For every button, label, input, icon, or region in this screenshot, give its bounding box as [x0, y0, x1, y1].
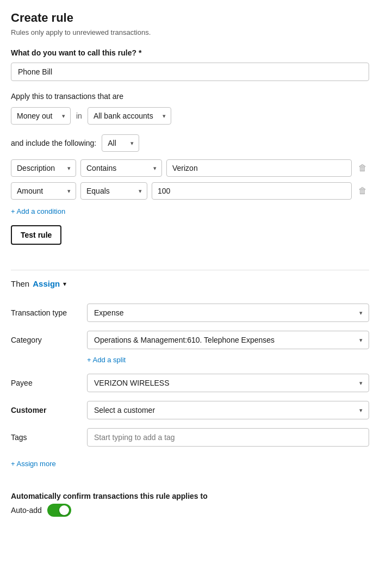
- assign-form-table: Transaction type Expense Income Transfer…: [11, 299, 369, 451]
- then-chevron-icon: ▾: [63, 280, 66, 288]
- conditions-section: and include the following: All Any ▾ Des…: [11, 134, 369, 261]
- category-label: Category: [11, 326, 87, 354]
- customer-select[interactable]: Select a customer: [87, 401, 369, 419]
- include-label: and include the following:: [11, 139, 96, 147]
- condition-row-2: Description Amount Category ▾ Equals Gre…: [11, 182, 369, 200]
- condition-1-field-wrapper: Description Amount Category ▾: [11, 159, 76, 177]
- condition-2-operator-wrapper: Equals Greater than Less than ▾: [80, 182, 147, 200]
- include-select-wrapper: All Any ▾: [102, 134, 139, 152]
- auto-confirm-section: Automatically confirm transactions this …: [11, 492, 369, 517]
- transactions-section: Apply this to transactions that are Mone…: [11, 92, 369, 125]
- tags-label: Tags: [11, 424, 87, 451]
- money-direction-wrapper: Money out Money in ▾: [11, 107, 71, 125]
- page-subtitle: Rules only apply to unreviewed transacti…: [11, 28, 369, 36]
- payee-row: Payee VERIZON WIRELESS Other ▾: [11, 369, 369, 397]
- in-label: in: [76, 112, 82, 120]
- category-select[interactable]: Operations & Management:610. Telephone E…: [87, 331, 369, 349]
- then-section: Then Assign ▾ Transaction type Expense I…: [11, 279, 369, 481]
- auto-confirm-title: Automatically confirm transactions this …: [11, 492, 369, 500]
- condition-1-field-select[interactable]: Description Amount Category: [11, 159, 76, 177]
- rule-name-input[interactable]: [11, 63, 369, 81]
- then-assign-link[interactable]: Assign: [33, 279, 60, 288]
- transaction-filter-row: Money out Money in ▾ in All bank account…: [11, 107, 369, 125]
- assign-more-link[interactable]: + Assign more: [11, 460, 56, 468]
- transaction-type-row: Transaction type Expense Income Transfer…: [11, 299, 369, 326]
- transaction-type-select[interactable]: Expense Income Transfer: [87, 304, 369, 322]
- auto-add-row: Auto-add: [11, 504, 369, 517]
- customer-label: Customer: [11, 397, 87, 424]
- condition-1-operator-wrapper: Contains Does not contain Equals ▾: [80, 159, 162, 177]
- payee-label: Payee: [11, 369, 87, 397]
- customer-select-wrapper: Select a customer ▾: [87, 401, 369, 419]
- tags-input[interactable]: [87, 428, 369, 447]
- then-row: Then Assign ▾: [11, 279, 369, 288]
- add-split-link[interactable]: + Add a split: [87, 356, 126, 364]
- payee-select-wrapper: VERIZON WIRELESS Other ▾: [87, 374, 369, 392]
- condition-1-delete-icon[interactable]: 🗑: [356, 161, 369, 175]
- section-divider: [11, 270, 369, 270]
- test-rule-button[interactable]: Test rule: [11, 225, 61, 245]
- include-select[interactable]: All Any: [102, 134, 139, 152]
- condition-2-value-input[interactable]: [152, 182, 352, 200]
- auto-add-label: Auto-add: [11, 506, 42, 515]
- bank-account-wrapper: All bank accounts Checking Savings ▾: [88, 107, 171, 125]
- transaction-type-select-wrapper: Expense Income Transfer ▾: [87, 304, 369, 322]
- page-title: Create rule: [11, 11, 369, 25]
- toggle-slider: [47, 504, 71, 517]
- transaction-type-label: Transaction type: [11, 299, 87, 326]
- condition-1-operator-select[interactable]: Contains Does not contain Equals: [80, 159, 162, 177]
- condition-2-field-select[interactable]: Description Amount Category: [11, 182, 76, 200]
- category-row: Category Operations & Management:610. Te…: [11, 326, 369, 354]
- customer-row: Customer Select a customer ▾: [11, 397, 369, 424]
- rule-name-section: What do you want to call this rule? *: [11, 48, 369, 92]
- condition-1-value-input[interactable]: [166, 159, 352, 177]
- include-row: and include the following: All Any ▾: [11, 134, 369, 152]
- add-condition-link[interactable]: + Add a condition: [11, 207, 65, 215]
- condition-2-delete-icon[interactable]: 🗑: [356, 184, 369, 198]
- condition-row-1: Description Amount Category ▾ Contains D…: [11, 159, 369, 177]
- bank-account-select[interactable]: All bank accounts Checking Savings: [88, 107, 171, 125]
- condition-2-field-wrapper: Description Amount Category ▾: [11, 182, 76, 200]
- payee-select[interactable]: VERIZON WIRELESS Other: [87, 374, 369, 392]
- add-split-row: + Add a split: [11, 354, 369, 369]
- rule-name-label: What do you want to call this rule? *: [11, 48, 369, 57]
- transactions-label: Apply this to transactions that are: [11, 92, 369, 101]
- then-label: Then: [11, 279, 29, 288]
- money-direction-select[interactable]: Money out Money in: [11, 107, 71, 125]
- auto-add-toggle[interactable]: [47, 504, 71, 517]
- category-select-wrapper: Operations & Management:610. Telephone E…: [87, 331, 369, 349]
- tags-row: Tags: [11, 424, 369, 451]
- condition-2-operator-select[interactable]: Equals Greater than Less than: [80, 182, 147, 200]
